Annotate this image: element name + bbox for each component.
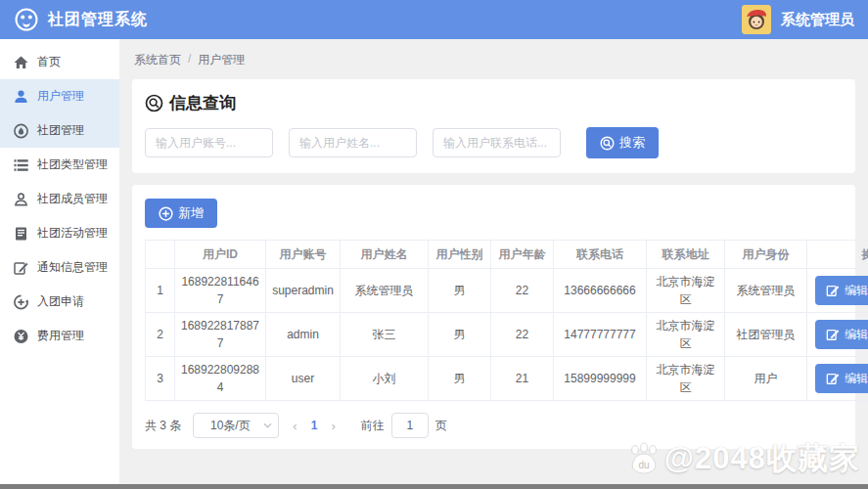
user-gender-cell: 男 (429, 269, 491, 313)
list-icon (13, 157, 29, 173)
add-button-label: 新增 (178, 204, 204, 222)
user-avatar[interactable] (742, 5, 771, 34)
sidebar-item-membership-application[interactable]: 入团申请 (0, 285, 119, 319)
row-index: 1 (146, 269, 175, 313)
goto-label: 前往 (361, 418, 385, 434)
column-header: 联系地址 (647, 241, 725, 269)
user-age-cell: 22 (491, 313, 554, 357)
sidebar-item-label: 用户管理 (37, 88, 84, 105)
user-identity-cell: 用户 (725, 357, 807, 401)
edit-button-label: 编辑 (845, 327, 868, 343)
column-header (146, 241, 175, 269)
sidebar-item-club-member-management[interactable]: 社团成员管理 (0, 182, 119, 216)
name-search-input[interactable] (289, 128, 417, 157)
user-identity-cell: 系统管理员 (725, 269, 807, 313)
breadcrumb-current: 用户管理 (198, 52, 245, 68)
user-phone-cell: 14777777777 (554, 313, 647, 357)
user-gender-cell: 男 (429, 313, 491, 357)
sidebar-item-label: 社团活动管理 (37, 225, 108, 242)
column-header: 用户姓名 (341, 241, 429, 269)
edit-button-label: 编辑 (845, 283, 868, 299)
prev-page-button[interactable]: ‹ (293, 419, 297, 433)
column-header: 用户身份 (725, 241, 807, 269)
column-header: 用户ID (175, 241, 266, 269)
user-address-cell: 北京市海淀区 (647, 357, 725, 401)
chevron-down-icon (263, 422, 272, 428)
avatar-image (742, 5, 771, 34)
sidebar-item-notice-management[interactable]: 通知信息管理 (0, 250, 119, 285)
table-row: 1 1689228116467 superadmin 系统管理员 男 22 13… (146, 269, 868, 313)
user-name-cell: 系统管理员 (341, 269, 429, 313)
page-size-value: 10条/页 (210, 418, 251, 434)
account-search-input[interactable] (145, 128, 273, 157)
bottom-scrollbar[interactable] (0, 484, 868, 489)
table-row: 3 1689228092884 user 小刘 男 21 15899999999… (146, 357, 868, 401)
sidebar-item-label: 社团成员管理 (37, 191, 108, 207)
app-logo-icon (14, 7, 39, 32)
apply-icon (13, 294, 29, 310)
breadcrumb-home[interactable]: 系统首页 (134, 52, 181, 68)
activity-icon (13, 226, 29, 242)
sidebar-item-home[interactable]: 首页 (0, 45, 119, 79)
user-name-cell: 小刘 (341, 357, 429, 401)
table-row: 2 1689228178877 admin 张三 男 22 1477777777… (146, 313, 868, 357)
sidebar-item-label: 入团申请 (37, 293, 84, 310)
sidebar-item-club-management[interactable]: 社团管理 (0, 113, 119, 148)
row-actions-cell: 编辑 删除 (807, 313, 868, 357)
edit-icon (826, 328, 840, 341)
page-unit-label: 页 (435, 418, 447, 434)
breadcrumb-separator: / (188, 52, 191, 68)
sidebar-item-user-management[interactable]: 用户管理 (0, 79, 119, 113)
sidebar-item-label: 通知信息管理 (37, 259, 108, 276)
column-header: 联系电话 (554, 241, 647, 269)
user-address-cell: 北京市海淀区 (647, 313, 725, 357)
edit-button[interactable]: 编辑 (815, 320, 868, 349)
main-content: 系统首页 / 用户管理 信息查询 (119, 39, 868, 489)
sidebar-item-club-type-management[interactable]: 社团类型管理 (0, 148, 119, 182)
search-button[interactable]: 搜索 (586, 127, 659, 158)
notice-edit-icon (13, 260, 29, 276)
row-index: 2 (146, 313, 175, 357)
app-header: 社团管理系统 系统管理员 (0, 0, 868, 39)
column-header: 用户账号 (266, 241, 341, 269)
user-account-cell: superadmin (266, 269, 341, 313)
row-index: 3 (146, 357, 175, 401)
sidebar-item-label: 费用管理 (37, 328, 84, 344)
add-icon (159, 206, 173, 221)
pagination: 共 3 条 10条/页 ‹ 1 › 前往 页 (145, 413, 843, 438)
edit-button[interactable]: 编辑 (815, 276, 868, 305)
sidebar-item-fee-management[interactable]: 费用管理 (0, 319, 119, 353)
user-id-cell: 1689228178877 (175, 313, 266, 357)
app-window: 社团管理系统 系统管理员 (0, 0, 868, 489)
column-header: 用户年龄 (491, 241, 554, 269)
edit-button[interactable]: 编辑 (815, 364, 868, 393)
app-title: 社团管理系统 (48, 10, 148, 30)
search-button-icon (600, 136, 615, 151)
magnifier-icon (145, 94, 163, 112)
edit-button-label: 编辑 (845, 371, 868, 387)
users-table: 用户ID用户账号用户姓名用户性别用户年龄联系电话联系地址用户身份操作处理 1 1… (145, 240, 868, 401)
user-gender-cell: 男 (429, 357, 491, 401)
user-name-cell: 张三 (341, 313, 429, 357)
add-button[interactable]: 新增 (145, 199, 217, 228)
current-page-number[interactable]: 1 (311, 419, 318, 432)
sidebar-item-club-activity-management[interactable]: 社团活动管理 (0, 216, 119, 250)
column-header: 操作处理 (807, 241, 868, 269)
user-id-cell: 1689228116467 (175, 269, 266, 313)
table-card: 新增 用户ID用户账号用户姓名用户性别用户年龄联系电话联系地址用户身份操作处理 … (132, 185, 855, 449)
goto-page-input[interactable] (391, 413, 429, 438)
sidebar-item-label: 社团类型管理 (37, 156, 108, 173)
search-card: 信息查询 搜索 (132, 79, 855, 173)
user-identity-cell: 社团管理员 (725, 313, 807, 357)
phone-search-input[interactable] (433, 128, 561, 157)
page-size-select[interactable]: 10条/页 (193, 413, 279, 438)
user-icon (13, 89, 29, 105)
breadcrumb: 系统首页 / 用户管理 (134, 52, 853, 68)
next-page-button[interactable]: › (331, 419, 335, 433)
pagination-total: 共 3 条 (145, 418, 181, 434)
club-icon (13, 123, 29, 139)
user-role-label[interactable]: 系统管理员 (781, 11, 854, 29)
user-address-cell: 北京市海淀区 (647, 269, 725, 313)
user-id-cell: 1689228092884 (175, 357, 266, 401)
search-card-title: 信息查询 (169, 92, 236, 114)
